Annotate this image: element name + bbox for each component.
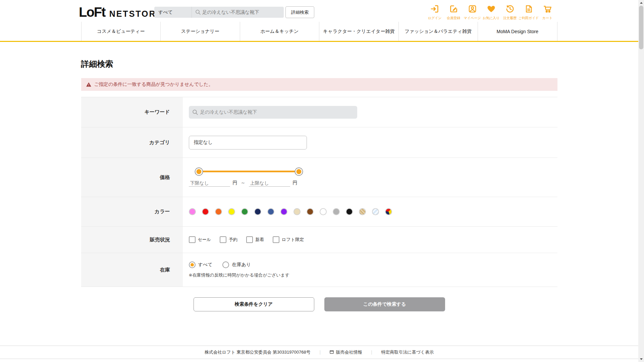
price-unit-label: 円 <box>293 180 298 186</box>
nav-item-0[interactable]: コスメ＆ビューティー <box>81 22 161 41</box>
scrollbar-thumb[interactable] <box>639 6 643 49</box>
page-title: 詳細検索 <box>81 59 557 69</box>
price-slider-handle-min[interactable] <box>195 168 202 175</box>
checkbox-label: セール <box>198 237 211 243</box>
footer-link-1[interactable]: 特定商取引法に基づく表示 <box>381 349 434 355</box>
category-label: カテゴリ <box>81 127 183 158</box>
stock-note: ※在庫情報の反映に時間がかかる場合がございます <box>189 272 557 278</box>
loft-logo[interactable]: LoFt NETSTORE <box>79 5 163 20</box>
radio-label: すべて <box>198 262 213 268</box>
color-swatch-clear[interactable] <box>372 208 379 215</box>
category-row: カテゴリ 指定なし <box>81 127 557 158</box>
footer-link-label: 販売会社情報 <box>336 349 362 355</box>
mypage-icon <box>468 4 477 15</box>
stock-options: すべて在庫あり <box>189 261 557 268</box>
footer-link-label: 特定商取引法に基づく表示 <box>381 349 434 355</box>
nav-item-5[interactable]: MoMA Design Store <box>478 22 557 41</box>
color-swatch-red[interactable] <box>202 208 209 215</box>
sales-checkbox-item[interactable]: 予約 <box>220 236 237 243</box>
radio-selected[interactable] <box>189 261 196 268</box>
color-swatch-beige[interactable] <box>293 208 301 215</box>
quick-link-label: マイページ <box>464 16 481 20</box>
heart-icon <box>487 4 496 15</box>
color-label: カラー <box>81 197 183 226</box>
window-icon <box>329 350 336 355</box>
sales-checkbox-item[interactable]: 新着 <box>246 236 264 243</box>
guide-icon <box>524 4 533 15</box>
keyword-input-wrap <box>189 106 357 119</box>
color-swatch-orange[interactable] <box>215 208 222 215</box>
color-swatch-white[interactable] <box>320 208 327 215</box>
color-swatch-black[interactable] <box>346 208 353 215</box>
sales-checkbox-item[interactable]: ロフト限定 <box>273 236 304 243</box>
quick-link-label: 会員登録 <box>447 16 460 20</box>
detail-search-button[interactable]: 詳細検索 <box>285 6 314 18</box>
color-swatch-blue[interactable] <box>267 208 274 215</box>
checkbox[interactable] <box>273 236 279 243</box>
scrollbar[interactable] <box>638 0 644 362</box>
keyword-row: キーワード <box>81 97 557 127</box>
color-swatch-pink[interactable] <box>189 208 196 215</box>
logo-loft-text: LoFt <box>79 5 105 20</box>
quick-link-guide[interactable]: ご利用ガイド <box>519 4 538 20</box>
checkbox[interactable] <box>220 236 226 243</box>
sales-checkbox-item[interactable]: セール <box>189 236 211 243</box>
history-icon <box>505 4 515 15</box>
price-min-input[interactable] <box>189 180 230 187</box>
checkbox-label: 予約 <box>229 237 237 243</box>
quick-link-cart[interactable]: カート <box>538 4 557 20</box>
nav-item-2[interactable]: ホーム＆キッチン <box>240 22 319 41</box>
price-inputs: 円 ～ 円 <box>189 180 557 187</box>
price-max-input[interactable] <box>249 180 290 187</box>
nav-item-4[interactable]: ファッション＆バラエティ雑貨 <box>398 22 478 41</box>
alert-text: ご指定の条件に一致する商品が見つかりませんでした。 <box>94 81 213 87</box>
checkbox-label: ロフト限定 <box>282 237 304 243</box>
header: LoFt NETSTORE すべて 詳細検索 ログイン会員登録マイページお気に入… <box>0 0 638 22</box>
category-select-value: 指定なし <box>194 139 213 145</box>
color-swatch-yellow[interactable] <box>228 208 235 215</box>
color-swatch-gray[interactable] <box>333 208 340 215</box>
search-with-conditions-button[interactable]: この条件で検索する <box>324 297 445 311</box>
header-quick-links: ログイン会員登録マイページお気に入り注文履歴ご利用ガイドカート <box>425 4 557 20</box>
checkbox[interactable] <box>246 236 253 243</box>
category-select[interactable]: 指定なし <box>189 136 307 149</box>
radio-unselected[interactable] <box>222 261 229 268</box>
price-separator: ～ <box>241 180 246 186</box>
footer-link-0[interactable]: 販売会社情報 <box>329 349 362 355</box>
quick-link-mypage[interactable]: マイページ <box>463 4 482 20</box>
search-category-select[interactable]: すべて <box>154 7 192 18</box>
sales-status-options: セール予約新着ロフト限定 <box>189 236 557 243</box>
scrollbar-down-arrow[interactable] <box>638 356 644 362</box>
quick-link-register[interactable]: 会員登録 <box>444 4 463 20</box>
footer-company-text: 株式会社ロフト 東京都公安委員会 第303319700768号 <box>205 349 311 355</box>
quick-link-history[interactable]: 注文履歴 <box>500 4 519 20</box>
stock-radio-item[interactable]: 在庫あり <box>222 261 251 268</box>
nav-item-1[interactable]: ステーショナリー <box>160 22 240 41</box>
quick-link-heart[interactable]: お気に入り <box>482 4 500 20</box>
quick-link-label: カート <box>542 16 552 20</box>
main-content: 詳細検索 ご指定の条件に一致する商品が見つかりませんでした。 キーワード カテゴ… <box>81 59 557 311</box>
quick-link-label: 注文履歴 <box>503 16 517 20</box>
color-swatch-multicolor[interactable] <box>385 208 392 215</box>
sales-status-row: 販売状況 セール予約新着ロフト限定 <box>81 226 557 253</box>
color-swatch-navy[interactable] <box>254 208 261 215</box>
checkbox[interactable] <box>189 236 196 243</box>
price-unit-label: 円 <box>233 180 237 186</box>
cart-icon <box>543 4 552 15</box>
color-swatch-brown[interactable] <box>307 208 314 215</box>
quick-link-login[interactable]: ログイン <box>425 4 444 20</box>
price-slider-handle-max[interactable] <box>295 168 302 175</box>
header-search-input[interactable] <box>201 10 284 15</box>
color-swatch-purple[interactable] <box>280 208 287 215</box>
footer: 株式会社ロフト 東京都公安委員会 第303319700768号 ｜販売会社情報｜… <box>0 346 638 359</box>
clear-conditions-button[interactable]: 検索条件をクリア <box>194 297 314 311</box>
radio-label: 在庫あり <box>232 262 251 268</box>
stock-label: 在庫 <box>81 253 183 287</box>
color-swatch-green[interactable] <box>241 208 248 215</box>
nav-item-3[interactable]: キャラクター・クリエイター雑貨 <box>319 22 398 41</box>
stock-radio-item[interactable]: すべて <box>189 261 213 268</box>
scrollbar-up-arrow[interactable] <box>638 0 644 6</box>
main-nav: コスメ＆ビューティーステーショナリーホーム＆キッチンキャラクター・クリエイター雑… <box>0 22 638 42</box>
keyword-input[interactable] <box>198 110 357 115</box>
color-swatch-gold[interactable] <box>359 208 366 215</box>
